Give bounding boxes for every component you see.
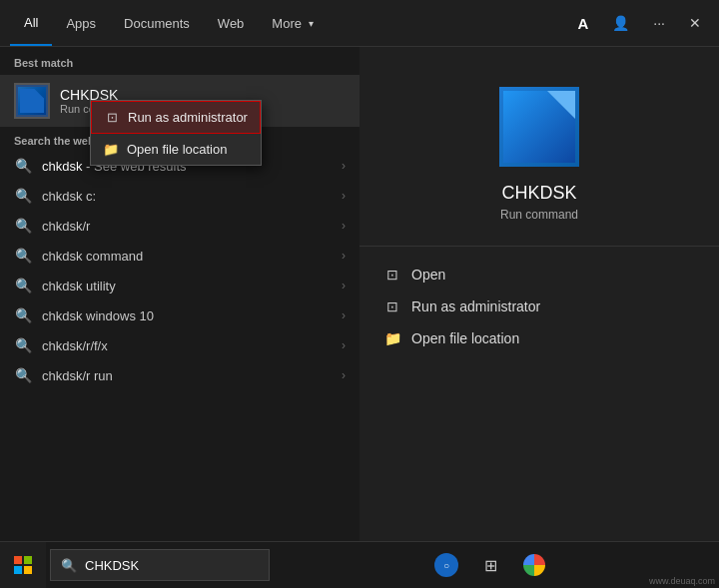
chkdsk-icon (14, 83, 50, 119)
chevron-right-icon: › (342, 279, 346, 293)
right-panel: CHKDSK Run command ⊡ Open ⊡ Run as admin… (360, 47, 719, 541)
chrome-button[interactable] (516, 547, 552, 583)
chevron-right-icon: › (342, 308, 346, 322)
nav-right-icons: A 👤 ··· ✕ (569, 11, 709, 36)
search-icon: 🔍 (14, 337, 32, 353)
context-menu: ⊡ Run as administrator 📁 Open file locat… (90, 100, 262, 166)
context-open-location[interactable]: 📁 Open file location (91, 134, 261, 165)
search-item-text: chkdsk c: (42, 189, 342, 204)
cortana-button[interactable]: ○ (428, 547, 464, 583)
divider (360, 246, 719, 247)
right-actions: ⊡ Open ⊡ Run as administrator 📁 Open fil… (360, 259, 719, 354)
list-item[interactable]: 🔍 chkdsk/r run › (0, 360, 360, 390)
open-label: Open (411, 267, 445, 283)
app-title: CHKDSK (501, 183, 576, 204)
chevron-right-icon: › (342, 338, 346, 352)
list-item[interactable]: 🔍 chkdsk/r › (0, 211, 360, 241)
list-item[interactable]: 🔍 chkdsk windows 10 › (0, 300, 360, 330)
logo-cell-4 (24, 566, 32, 574)
chevron-right-icon: › (342, 249, 346, 263)
search-icon: 🔍 (14, 158, 32, 174)
right-action-run-admin[interactable]: ⊡ Run as administrator (379, 291, 699, 322)
list-item[interactable]: 🔍 chkdsk utility › (0, 271, 360, 300)
left-panel: Best match CHKDSK Run command ⊡ Run as a… (0, 47, 360, 541)
chevron-right-icon: › (342, 189, 346, 203)
app-large-icon (499, 87, 579, 167)
app-subtitle: Run command (500, 208, 578, 222)
open-icon: ⊡ (383, 267, 401, 283)
profile-button[interactable]: A (569, 11, 596, 36)
tab-more[interactable]: More ▾ (258, 0, 328, 46)
right-action-file-location[interactable]: 📁 Open file location (379, 322, 699, 354)
list-item[interactable]: 🔍 chkdsk c: › (0, 181, 360, 211)
windows-logo (14, 556, 32, 574)
chevron-right-icon: › (342, 219, 346, 233)
cortana-icon: ○ (434, 553, 458, 577)
search-item-text: chkdsk command (42, 249, 342, 264)
search-icon: 🔍 (14, 188, 32, 204)
search-icon: 🔍 (14, 307, 32, 323)
chevron-right-icon: › (342, 368, 346, 382)
people-icon: 👤 (612, 15, 629, 31)
tab-all[interactable]: All (10, 0, 52, 46)
close-button[interactable]: ✕ (681, 11, 709, 35)
tab-documents[interactable]: Documents (110, 0, 204, 46)
chrome-icon (523, 554, 545, 576)
run-admin-label: Run as administrator (411, 298, 540, 314)
search-item-text: chkdsk/r run (42, 368, 342, 383)
list-item[interactable]: 🔍 chkdsk command › (0, 241, 360, 271)
taskbar: 🔍 CHKDSK ○ ⊞ (0, 541, 719, 588)
content-area: Best match CHKDSK Run command ⊡ Run as a… (0, 47, 719, 541)
nav-tabs: All Apps Documents Web More ▾ A 👤 ··· (0, 0, 719, 47)
taskview-icon: ⊞ (484, 556, 497, 575)
run-admin-icon: ⊡ (104, 110, 120, 125)
search-icon: 🔍 (14, 278, 32, 294)
context-run-admin[interactable]: ⊡ Run as administrator (91, 101, 261, 134)
chevron-down-icon: ▾ (309, 18, 314, 29)
taskview-button[interactable]: ⊞ (472, 547, 508, 583)
search-item-text: chkdsk utility (42, 279, 342, 294)
search-icon: 🔍 (14, 218, 32, 234)
taskbar-search[interactable]: 🔍 CHKDSK (50, 549, 270, 581)
folder-icon: 📁 (383, 330, 401, 346)
shield-icon: ⊡ (383, 298, 401, 314)
search-item-text: chkdsk/r/f/x (42, 338, 342, 353)
folder-icon: 📁 (103, 142, 119, 157)
watermark: www.deuaq.com (645, 574, 719, 588)
search-item-text: chkdsk/r (42, 219, 342, 234)
logo-cell-2 (24, 556, 32, 564)
list-item[interactable]: 🔍 chkdsk/r/f/x › (0, 330, 360, 360)
start-button[interactable] (0, 542, 46, 589)
logo-cell-1 (14, 556, 22, 564)
more-options-btn[interactable]: ··· (645, 11, 673, 35)
search-icon: 🔍 (14, 367, 32, 383)
start-menu: All Apps Documents Web More ▾ A 👤 ··· (0, 0, 719, 541)
search-item-text: chkdsk windows 10 (42, 308, 342, 323)
best-match-label: Best match (0, 47, 360, 75)
logo-cell-3 (14, 566, 22, 574)
taskbar-search-text: CHKDSK (85, 558, 139, 573)
people-icon-btn[interactable]: 👤 (604, 11, 637, 35)
tab-web[interactable]: Web (204, 0, 259, 46)
chevron-right-icon: › (342, 159, 346, 173)
file-location-label: Open file location (411, 330, 519, 346)
right-action-open[interactable]: ⊡ Open (379, 259, 699, 291)
search-icon: 🔍 (14, 248, 32, 264)
taskbar-search-icon: 🔍 (61, 558, 77, 573)
tab-apps[interactable]: Apps (52, 0, 110, 46)
